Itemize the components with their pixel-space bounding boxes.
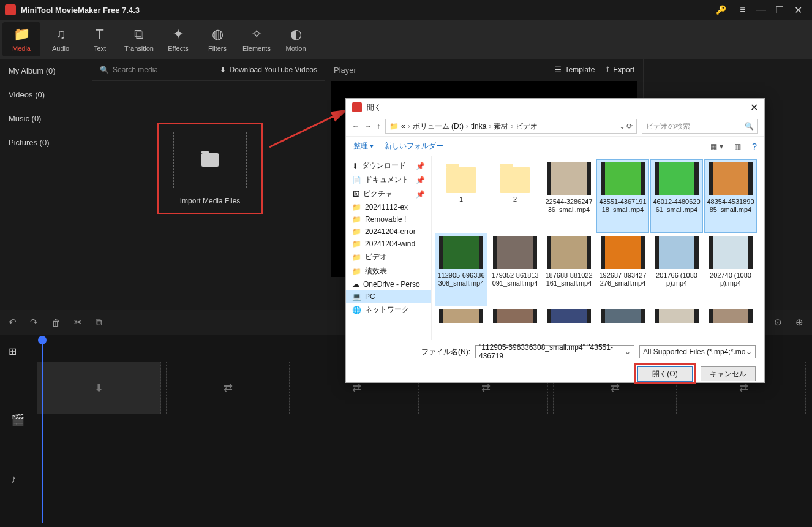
tab-audio[interactable]: ♫Audio <box>42 22 80 56</box>
tree-item[interactable]: 📁Removable ! <box>346 213 431 226</box>
file-item[interactable]: 48354-453189085_small.mp4 <box>705 160 756 232</box>
tree-item[interactable]: 📁20241204-error <box>346 226 431 238</box>
file-item[interactable]: 2 <box>489 160 541 232</box>
import-media-button[interactable]: Import Media Files <box>157 123 263 214</box>
dialog-close-button[interactable]: ✕ <box>750 102 758 113</box>
template-button[interactable]: ☰Template <box>555 66 595 74</box>
elements-icon: ✧ <box>251 26 262 42</box>
file-item[interactable] <box>597 307 648 325</box>
effects-icon: ✦ <box>173 26 184 42</box>
file-item[interactable]: 179352-861813091_small.mp4 <box>489 233 541 306</box>
delete-button[interactable]: 🗑 <box>51 317 61 328</box>
menu-icon[interactable]: ≡ <box>734 4 752 15</box>
sidebar-item-music[interactable]: Music (0) <box>0 107 92 131</box>
tree-item[interactable]: 📁20241112-ex <box>346 201 431 213</box>
dialog-action-bar: 整理 ▾ 新しいフォルダー ▦ ▾ ▥ ? <box>346 137 764 156</box>
app-logo-icon <box>5 4 16 15</box>
file-item[interactable]: 46012-448062061_small.mp4 <box>651 160 702 232</box>
file-item[interactable]: 187688-881022161_small.mp4 <box>543 233 595 306</box>
file-item[interactable] <box>435 307 487 325</box>
help-icon[interactable]: ? <box>752 141 757 151</box>
file-item[interactable] <box>489 307 541 325</box>
file-item[interactable]: 112905-696336308_small.mp4 <box>435 233 487 306</box>
file-item[interactable]: 202740 (1080p).mp4 <box>705 233 756 306</box>
media-searchbar: 🔍Search media ⬇Download YouTube Videos <box>92 59 325 81</box>
file-item[interactable]: 43551-436719118_small.mp4 <box>597 160 648 232</box>
filename-input[interactable]: "112905-696336308_small.mp4" "43551-4367… <box>475 345 634 358</box>
file-item[interactable] <box>543 307 595 325</box>
download-youtube-link[interactable]: ⬇Download YouTube Videos <box>220 66 317 74</box>
dialog-tree[interactable]: ⬇ダウンロード📌📄ドキュメント📌🖼ピクチャ📌📁20241112-ex📁Remov… <box>346 156 432 340</box>
timeline-clip[interactable]: ⇄ <box>166 362 290 414</box>
search-icon: 🔍 <box>745 122 754 131</box>
sidebar-item-videos[interactable]: Videos (0) <box>0 83 92 107</box>
breadcrumb[interactable]: 📁 «› ボリューム (D:)› tinka› 素材› ビデオ ⌄ ⟳ <box>385 119 637 134</box>
close-button[interactable]: ✕ <box>789 4 807 16</box>
file-item[interactable]: 192687-893427276_small.mp4 <box>597 233 648 306</box>
tree-item[interactable]: 📁ビデオ <box>346 250 431 264</box>
export-icon: ⤴ <box>606 66 609 74</box>
search-icon: 🔍 <box>100 66 109 74</box>
video-track-icon: 🎬 <box>11 413 24 427</box>
top-toolbar: 📁Media ♫Audio TText ⧉Transition ✦Effects… <box>0 20 812 59</box>
file-item[interactable]: 201766 (1080p).mp4 <box>651 233 702 306</box>
minimize-button[interactable]: ― <box>752 4 770 15</box>
playhead[interactable] <box>42 339 43 523</box>
sidebar-item-my-album[interactable]: My Album (0) <box>0 59 92 83</box>
maximize-button[interactable]: ☐ <box>770 4 789 16</box>
tree-item[interactable]: 📄ドキュメント📌 <box>346 173 431 187</box>
dialog-search-input[interactable]: ビデオの検索 🔍 <box>642 119 758 134</box>
export-button[interactable]: ⤴Export <box>606 66 634 74</box>
folder-icon: 📁 <box>389 122 399 131</box>
file-item[interactable]: 22544-328624736_small.mp4 <box>543 160 595 232</box>
file-item[interactable] <box>651 307 702 325</box>
new-folder-button[interactable]: 新しいフォルダー <box>385 141 443 151</box>
open-button[interactable]: 開く(O) <box>637 366 693 381</box>
file-item[interactable]: 1 <box>435 160 487 232</box>
search-input[interactable]: 🔍Search media <box>100 66 158 74</box>
sidebar-item-pictures[interactable]: Pictures (0) <box>0 131 92 154</box>
dropdown-icon[interactable]: ⌄ <box>619 122 625 131</box>
undo-button[interactable]: ↶ <box>9 317 17 328</box>
tree-item[interactable]: ⬇ダウンロード📌 <box>346 159 431 173</box>
swap-icon: ⇄ <box>224 381 233 395</box>
preview-pane-button[interactable]: ▥ <box>734 142 741 151</box>
file-item[interactable] <box>705 307 756 325</box>
tree-item[interactable]: 📁20241204-wind <box>346 238 431 250</box>
template-icon: ☰ <box>555 66 562 74</box>
window-titlebar: MiniTool MovieMaker Free 7.4.3 🔑 ≡ ― ☐ ✕ <box>0 0 812 20</box>
file-type-combo[interactable]: All Supported Files (*.mp4;*.mo⌄ <box>639 345 756 358</box>
tab-transition[interactable]: ⧉Transition <box>120 22 158 56</box>
dialog-pathbar: ← → ↑ 📁 «› ボリューム (D:)› tinka› 素材› ビデオ ⌄ … <box>346 116 764 137</box>
nav-back-button[interactable]: ← <box>352 122 359 131</box>
tree-item[interactable]: ☁OneDrive - Perso <box>346 278 431 290</box>
dialog-footer: ファイル名(N): "112905-696336308_small.mp4" "… <box>346 340 764 383</box>
nav-forward-button[interactable]: → <box>364 122 372 131</box>
view-mode-button[interactable]: ▦ ▾ <box>710 142 723 151</box>
add-button[interactable]: ⊕ <box>795 317 803 328</box>
zoom-fit-button[interactable]: ⊙ <box>774 317 782 328</box>
cut-button[interactable]: ✂ <box>74 317 82 328</box>
tab-elements[interactable]: ✧Elements <box>238 22 276 56</box>
timeline-clip[interactable]: ⬇ <box>37 362 161 414</box>
audio-track[interactable]: ♪ <box>37 417 812 474</box>
nav-up-button[interactable]: ↑ <box>377 122 380 131</box>
tree-item[interactable]: 📁绩效表 <box>346 264 431 278</box>
crop-button[interactable]: ⧉ <box>96 317 102 328</box>
motion-icon: ◐ <box>290 26 302 42</box>
tree-item[interactable]: 🌐ネットワーク <box>346 303 431 317</box>
tree-item[interactable]: 💻PC <box>346 290 431 303</box>
tab-text[interactable]: TText <box>81 22 119 56</box>
refresh-icon[interactable]: ⟳ <box>626 122 633 131</box>
tab-media[interactable]: 📁Media <box>2 22 40 56</box>
tab-motion[interactable]: ◐Motion <box>277 22 315 56</box>
dialog-file-list[interactable]: 1222544-328624736_small.mp443551-4367191… <box>432 156 764 340</box>
tab-effects[interactable]: ✦Effects <box>159 22 197 56</box>
organize-button[interactable]: 整理 ▾ <box>353 141 374 151</box>
add-track-button[interactable]: ⊞ <box>9 346 17 357</box>
tab-filters[interactable]: ◍Filters <box>198 22 236 56</box>
redo-button[interactable]: ↷ <box>30 317 38 328</box>
cancel-button[interactable]: キャンセル <box>701 366 756 381</box>
key-icon[interactable]: 🔑 <box>716 5 726 15</box>
tree-item[interactable]: 🖼ピクチャ📌 <box>346 187 431 201</box>
